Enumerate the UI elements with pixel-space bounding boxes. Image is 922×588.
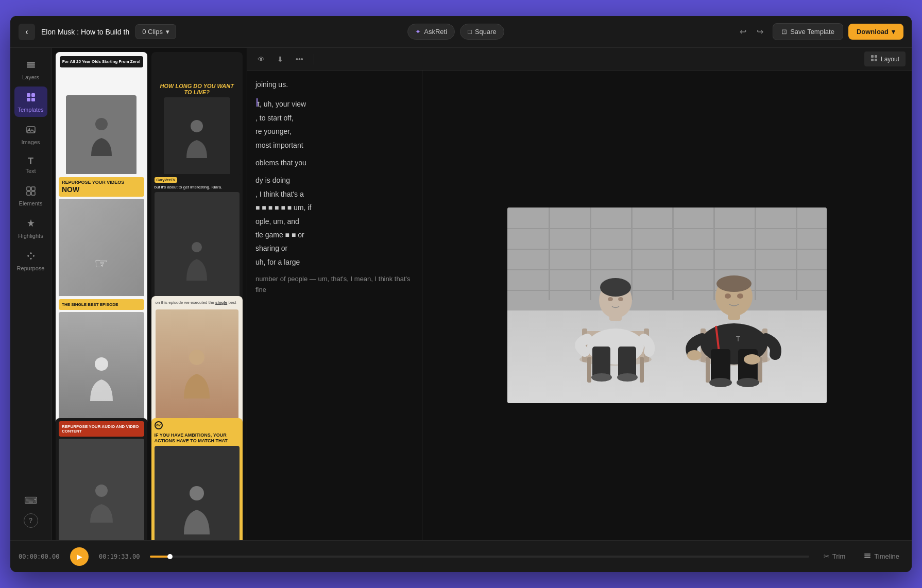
svg-rect-27 [590, 207, 591, 300]
templates-icon [25, 92, 37, 105]
sidebar-item-images[interactable]: Images [14, 119, 47, 149]
transcript-line-4: most important [255, 140, 414, 151]
header: ‹ Elon Musk : How to Build th 0 Clips ▾ … [10, 16, 912, 48]
sidebar-item-highlights[interactable]: Highlights [14, 213, 47, 243]
time-end-display: 00:19:33.00 [99, 553, 140, 560]
transcript-area: joining us. t, uh, your view , to start … [247, 71, 912, 540]
clips-button[interactable]: 0 Clips ▾ [135, 24, 176, 39]
repurpose-icon [25, 250, 37, 263]
trim-button[interactable]: ✂ Trim [819, 549, 850, 563]
sidebar-item-text[interactable]: T Text [14, 151, 47, 178]
progress-thumb [167, 554, 173, 559]
svg-point-52 [608, 297, 613, 301]
svg-point-71 [687, 350, 702, 360]
svg-rect-20 [871, 55, 874, 58]
svg-rect-25 [507, 207, 827, 310]
svg-rect-32 [796, 207, 797, 300]
timeline-button[interactable]: Timeline [860, 549, 903, 564]
svg-rect-7 [27, 127, 35, 133]
back-button[interactable]: ‹ [19, 24, 35, 40]
app-window: ‹ Elon Musk : How to Build th 0 Clips ▾ … [10, 16, 912, 572]
svg-rect-6 [31, 98, 35, 101]
sidebar-item-layers[interactable]: Layers [14, 54, 47, 84]
tpl4-badge: GaryVeeTV [155, 177, 178, 183]
tpl2-image [164, 97, 230, 178]
svg-rect-9 [27, 187, 30, 191]
svg-rect-31 [755, 207, 756, 300]
svg-point-19 [190, 486, 204, 500]
download-chevron-icon: ▾ [892, 28, 895, 36]
svg-rect-63 [738, 349, 758, 383]
svg-rect-36 [507, 290, 827, 291]
transcript-line-8: ■ ■ ■ ■ ■ ■ um, if [255, 202, 414, 213]
svg-rect-10 [31, 187, 35, 191]
time-start-display: 00:00:00.00 [19, 553, 60, 560]
template-card-8[interactable]: GV IF YOU HAVE AMBITIONS, YOUR ACTIONS H… [151, 418, 243, 540]
editor-toolbar: 👁 ⬇ ••• [247, 48, 912, 71]
sidebar-label-templates: Templates [18, 107, 43, 113]
svg-point-68 [716, 275, 752, 292]
save-template-button[interactable]: ⊡ Save Template [773, 23, 843, 40]
svg-point-64 [709, 378, 732, 387]
sidebar-item-templates[interactable]: Templates [14, 87, 47, 117]
video-container: T [507, 207, 827, 403]
keyboard-button[interactable]: ⌨ [20, 492, 42, 509]
redo-button[interactable]: ↪ [753, 24, 767, 40]
video-scene-svg: T [507, 207, 827, 403]
sidebar-label-repurpose: Repurpose [17, 265, 45, 271]
svg-rect-28 [631, 207, 633, 300]
svg-rect-74 [864, 556, 870, 557]
svg-point-51 [600, 278, 631, 297]
tpl8-image [155, 446, 240, 540]
sidebar-label-highlights: Highlights [18, 233, 43, 239]
svg-rect-23 [875, 59, 877, 61]
transcript-line-6: dy is doing [255, 175, 414, 186]
svg-point-70 [737, 293, 743, 299]
svg-rect-2 [27, 66, 35, 68]
download-button[interactable]: Download ▾ [848, 24, 903, 40]
layers-icon [25, 59, 37, 72]
svg-rect-46 [618, 347, 636, 377]
clips-chevron-icon: ▾ [166, 28, 169, 36]
square-button[interactable]: □ Square [460, 24, 504, 40]
header-center: ✦ AskReti □ Square [182, 24, 729, 40]
images-icon [25, 124, 37, 137]
svg-rect-0 [27, 62, 35, 64]
center-content: 👁 ⬇ ••• [247, 48, 912, 540]
svg-rect-26 [549, 207, 550, 300]
sidebar-item-elements[interactable]: Elements [14, 180, 47, 211]
svg-point-48 [617, 373, 638, 382]
sidebar-label-layers: Layers [22, 74, 39, 80]
tpl5-header: THE SINGLE BEST EPISODE [59, 299, 144, 310]
askreti-button[interactable]: ✦ AskReti [407, 24, 455, 40]
tpl1-image [66, 95, 136, 176]
tpl7-image [59, 439, 144, 540]
sidebar-bottom: ⌨ ? [20, 492, 42, 534]
transcript-text[interactable]: joining us. t, uh, your view , to start … [247, 71, 422, 540]
more-button[interactable]: ••• [292, 52, 308, 66]
svg-point-72 [744, 354, 760, 365]
video-preview: T [422, 71, 912, 540]
svg-point-69 [725, 293, 731, 299]
svg-rect-34 [507, 249, 827, 250]
timeline-icon [864, 552, 871, 561]
tpl8-title: IF YOU HAVE AMBITIONS, YOUR ACTIONS HAVE… [155, 433, 240, 444]
template-card-7[interactable]: REPURPOSE YOUR AUDIO AND VIDEO CONTENT H… [56, 418, 147, 540]
svg-point-15 [192, 242, 202, 252]
layout-grid-icon [870, 55, 878, 63]
help-button[interactable]: ? [24, 513, 38, 528]
text-icon: T [28, 157, 33, 166]
progress-track[interactable] [150, 556, 809, 558]
undo-icon: ↩ [740, 27, 746, 36]
elements-icon [25, 185, 37, 198]
svg-point-16 [95, 357, 108, 371]
trim-label: Trim [832, 552, 846, 560]
download-icon-button[interactable]: ⬇ [273, 52, 287, 66]
download-label: Download [857, 28, 889, 36]
tpl7-header: REPURPOSE YOUR AUDIO AND VIDEO CONTENT [59, 421, 144, 437]
play-button[interactable]: ▶ [70, 547, 89, 566]
undo-button[interactable]: ↩ [736, 24, 750, 40]
sidebar-item-repurpose[interactable]: Repurpose [14, 245, 47, 275]
layout-button[interactable]: Layout [864, 51, 906, 66]
eye-button[interactable]: 👁 [253, 52, 269, 66]
